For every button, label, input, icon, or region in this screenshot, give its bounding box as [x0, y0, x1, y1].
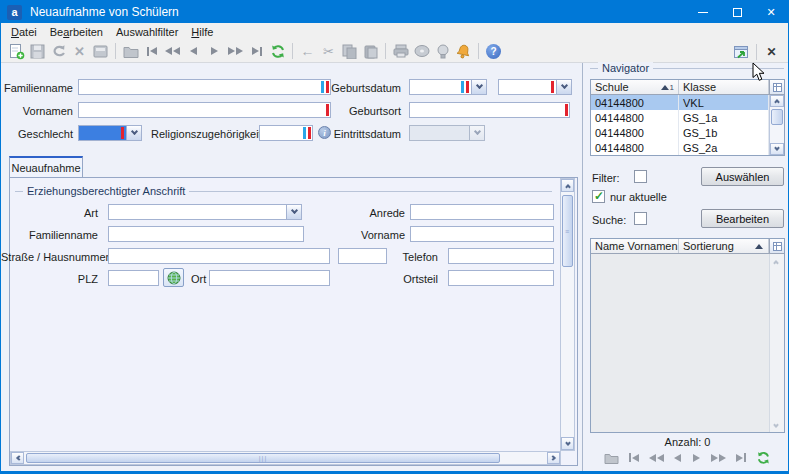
geschlecht-dropdown-button[interactable] — [126, 126, 141, 140]
commit-button[interactable] — [91, 42, 110, 61]
print-button[interactable] — [391, 42, 410, 61]
ortsteil-input[interactable] — [449, 271, 553, 285]
geburtsdatum-zusatz-dropdown-button[interactable] — [556, 80, 571, 94]
prior-page-button[interactable] — [163, 42, 182, 61]
art-input[interactable] — [109, 205, 301, 219]
bearbeiten-button[interactable]: Bearbeiten — [701, 209, 784, 228]
scroll-down-button[interactable] — [561, 437, 574, 450]
table-row[interactable]: 04144800 GS_1a — [591, 110, 769, 125]
undo-button[interactable] — [49, 42, 68, 61]
menu-bearbeiten[interactable]: Bearbeiten — [50, 26, 103, 38]
prior-record-button[interactable] — [184, 42, 203, 61]
next-page-button[interactable] — [226, 42, 245, 61]
prior-record-icon — [674, 454, 681, 462]
table-row[interactable]: 04144800 VKL — [591, 95, 769, 110]
folder-icon — [123, 45, 139, 58]
nav-folder-button[interactable] — [602, 448, 620, 467]
horizontal-scrollbar[interactable]: ||| — [10, 451, 561, 465]
scroll-up-button[interactable] — [561, 179, 574, 192]
copy-button[interactable] — [340, 42, 359, 61]
save-button[interactable] — [28, 42, 47, 61]
nav-prior-page-button[interactable] — [647, 448, 665, 467]
export-cd-button[interactable] — [412, 42, 431, 61]
close-panel-button[interactable]: ✕ — [762, 42, 781, 61]
result-table-header: Name Vornamen Sortierung — [591, 239, 784, 254]
navigate-back-button[interactable]: ← — [298, 42, 317, 61]
guardian-familienname-input[interactable] — [109, 227, 303, 241]
menu-hilfe[interactable]: Hilfe — [191, 26, 213, 38]
column-header-name-vornamen[interactable]: Name Vornamen — [591, 239, 679, 253]
anrede-input[interactable] — [411, 205, 553, 219]
geburtsort-input[interactable] — [410, 103, 569, 117]
plz-lookup-button[interactable] — [163, 268, 184, 287]
cut-button[interactable]: ✂ — [319, 42, 338, 61]
vertical-scrollbar[interactable]: ≡ — [560, 178, 575, 451]
table-row[interactable]: 04144800 GS_2a — [591, 140, 769, 155]
undo-icon — [51, 44, 66, 58]
scroll-left-button[interactable] — [11, 452, 24, 464]
scroll-up-button[interactable] — [770, 95, 784, 107]
scroll-right-button[interactable] — [547, 452, 560, 464]
open-folder-button[interactable] — [121, 42, 140, 61]
tab-neuaufnahme[interactable]: Neuaufnahme — [9, 156, 83, 177]
eintrittsdatum-dropdown-button — [469, 126, 484, 140]
filter-checkbox[interactable] — [634, 170, 647, 183]
vertical-scroll-thumb[interactable]: ≡ — [562, 195, 573, 267]
plz-input[interactable] — [109, 271, 158, 285]
info-bar — [461, 81, 464, 93]
minimize-button[interactable] — [686, 1, 720, 23]
nur-aktuelle-checkbox[interactable] — [592, 190, 605, 203]
nav-next-button[interactable] — [690, 448, 703, 467]
vorname-input[interactable] — [411, 227, 553, 241]
refresh-icon — [270, 44, 286, 59]
chevron-down-icon — [774, 145, 780, 151]
delete-button[interactable]: ✕ — [70, 42, 89, 61]
scroll-down-button[interactable] — [770, 143, 784, 155]
notifications-button[interactable] — [454, 42, 473, 61]
record-nav-toolbar — [590, 448, 785, 467]
table-row[interactable]: 04144800 GS_1b — [591, 125, 769, 140]
maximize-button[interactable] — [720, 1, 754, 23]
ortsteil-field — [448, 270, 554, 286]
sort-order-label: 1 — [670, 83, 674, 92]
nav-first-button[interactable] — [626, 448, 641, 467]
menu-auswahlfilter[interactable]: Auswahlfilter — [116, 26, 178, 38]
menu-datei[interactable]: Datei — [11, 26, 37, 38]
next-record-icon — [693, 454, 700, 462]
horizontal-scroll-thumb[interactable]: ||| — [26, 453, 500, 463]
familienname-input[interactable] — [79, 80, 330, 94]
strasse-input[interactable] — [109, 249, 329, 263]
last-record-button[interactable] — [247, 42, 266, 61]
column-header-schule[interactable]: Schule 1 — [591, 80, 679, 94]
column-header-sortierung[interactable]: Sortierung — [679, 239, 769, 253]
art-dropdown-button[interactable] — [286, 205, 301, 219]
help-button[interactable]: ? — [484, 42, 503, 61]
class-table-scrollbar[interactable] — [769, 95, 784, 155]
field-chooser-button[interactable] — [769, 239, 784, 253]
art-field — [108, 204, 302, 220]
next-record-icon — [211, 47, 218, 55]
nav-next-page-button[interactable] — [709, 448, 727, 467]
next-record-button[interactable] — [205, 42, 224, 61]
hint-button[interactable] — [433, 42, 452, 61]
telefon-input[interactable] — [449, 249, 553, 263]
detach-panel-button[interactable] — [732, 42, 751, 61]
auswaehlen-button[interactable]: Auswählen — [701, 167, 784, 186]
refresh-button[interactable] — [268, 42, 287, 61]
paste-button[interactable] — [361, 42, 380, 61]
nav-prior-button[interactable] — [671, 448, 684, 467]
nav-last-button[interactable] — [733, 448, 748, 467]
vornamen-input[interactable] — [79, 103, 330, 117]
nav-refresh-button[interactable] — [754, 448, 773, 467]
field-chooser-button[interactable] — [769, 80, 784, 94]
geburtsdatum-dropdown-button[interactable] — [471, 80, 486, 94]
ort-input[interactable] — [210, 271, 329, 285]
close-button[interactable]: ✕ — [754, 1, 788, 23]
suche-checkbox[interactable] — [634, 212, 647, 225]
new-record-button[interactable] — [7, 42, 26, 61]
window-title: Neuaufnahme von Schülern — [30, 5, 179, 19]
result-table-scrollbar[interactable] — [769, 254, 784, 432]
hausnummer-input[interactable] — [339, 249, 386, 263]
vertical-scroll-thumb[interactable] — [771, 109, 783, 125]
first-record-button[interactable] — [142, 42, 161, 61]
